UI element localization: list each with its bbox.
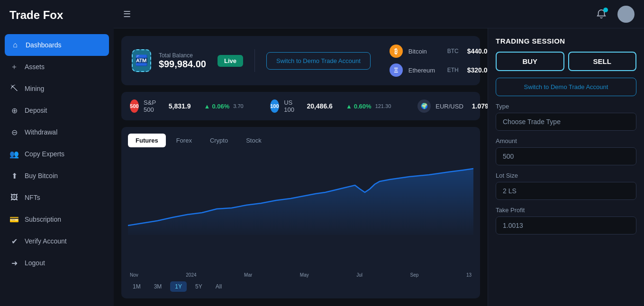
- mining-icon: ⛏: [9, 84, 19, 93]
- btc-row: ₿ Bitcoin BTC $440.00 Deposit: [390, 45, 488, 58]
- us100-change: 0.60%: [354, 103, 372, 110]
- live-badge: Live: [218, 55, 243, 67]
- assets-icon: ＋: [9, 62, 19, 72]
- sidebar-label-buy-bitcoin: Buy Bitcoin: [25, 172, 58, 180]
- sidebar-label-deposit: Deposit: [25, 107, 47, 114]
- amount-input[interactable]: [496, 147, 636, 165]
- balance-label: Total Balance: [159, 52, 206, 59]
- sidebar-item-assets[interactable]: ＋ Assets: [0, 56, 114, 78]
- type-label: Type: [496, 103, 636, 110]
- main-content: 🏧 Total Balance $99,984.00 Live Switch t…: [114, 28, 644, 306]
- sp500-up-arrow: ▲: [204, 103, 210, 110]
- withdrawal-icon: ⊖: [9, 127, 19, 137]
- sidebar-item-dashboards[interactable]: ⌂ Dashboards: [5, 34, 109, 56]
- sidebar-label-assets: Assets: [25, 63, 45, 71]
- us100-name: US 100: [284, 99, 298, 113]
- lot-size-label: Lot Size: [496, 172, 636, 179]
- logout-icon: ➜: [9, 258, 19, 268]
- sidebar-nav: ⌂ Dashboards ＋ Assets ⛏ Mining ⊕ Deposit…: [0, 30, 114, 306]
- user-avatar[interactable]: [617, 6, 635, 23]
- sidebar-item-copy-experts[interactable]: 👥 Copy Experts: [0, 143, 114, 165]
- eth-ticker: ETH: [447, 67, 462, 73]
- balance-wallet-icon: 🏧: [132, 49, 151, 72]
- time-filter-1y[interactable]: 1Y: [170, 281, 187, 292]
- buy-button[interactable]: BUY: [496, 52, 564, 71]
- eth-price: $320.00: [467, 66, 488, 74]
- eurusd-value: 1.07946: [472, 102, 488, 110]
- nfts-icon: 🖼: [9, 193, 19, 202]
- time-filter-3m[interactable]: 3M: [149, 281, 167, 292]
- sidebar-label-mining: Mining: [25, 85, 44, 92]
- x-label-mar: Mar: [244, 272, 252, 278]
- sp500-change: 0.06%: [212, 103, 229, 110]
- demo-switch-button[interactable]: Switch to Demo Trade Account: [266, 52, 371, 70]
- sidebar-item-nfts[interactable]: 🖼 NFTs: [0, 187, 114, 208]
- menu-toggle-button[interactable]: ☰: [123, 9, 131, 19]
- subscription-icon: 💳: [9, 215, 19, 224]
- sidebar-label-dashboards: Dashboards: [26, 41, 62, 49]
- sp500-name: S&P 500: [144, 99, 160, 113]
- chart-svg-area: [128, 147, 473, 270]
- btc-name: Bitcoin: [408, 48, 442, 55]
- btc-ticker: BTC: [447, 48, 462, 54]
- sidebar-item-mining[interactable]: ⛏ Mining: [0, 78, 114, 99]
- lot-size-input[interactable]: [496, 182, 636, 200]
- take-profit-field: Take Profit: [496, 207, 636, 234]
- crypto-list: ₿ Bitcoin BTC $440.00 Deposit Ξ Ethereum…: [390, 45, 488, 77]
- time-filter-1m[interactable]: 1M: [128, 281, 145, 292]
- x-label-13: 13: [466, 272, 472, 278]
- chart-x-labels: Nov 2024 Mar May Jul Sep 13: [128, 272, 473, 278]
- lot-size-field: Lot Size: [496, 172, 636, 200]
- sidebar-item-subscription[interactable]: 💳 Subscription: [0, 208, 114, 230]
- eurusd-ticker: 🌍 EUR/USD 1.07946: [417, 99, 488, 113]
- main-header: ☰: [114, 0, 644, 28]
- type-field: Type: [496, 103, 636, 131]
- us100-up-arrow: ▲: [346, 103, 352, 110]
- header-right: [593, 6, 635, 23]
- x-label-jul: Jul: [356, 272, 363, 278]
- trading-session-title: TRADING SESSION: [496, 37, 636, 45]
- balance-card: 🏧 Total Balance $99,984.00 Live Switch t…: [121, 36, 480, 85]
- eth-row: Ξ Ethereum ETH $320.00 Deposit: [390, 63, 488, 77]
- sp500-change-row: ▲ 0.06% 3.70: [204, 103, 244, 110]
- sidebar-item-buy-bitcoin[interactable]: ⬆ Buy Bitcoin: [0, 165, 114, 187]
- time-filters: 1M 3M 1Y 5Y All: [128, 281, 473, 292]
- tab-crypto[interactable]: Crypto: [202, 134, 236, 147]
- eurusd-name: EUR/USD: [435, 103, 463, 110]
- us100-change-row: ▲ 0.60% 121.30: [346, 103, 391, 110]
- us100-value: 20,486.6: [307, 102, 333, 110]
- sell-button[interactable]: SELL: [568, 52, 637, 71]
- notification-button[interactable]: [593, 6, 610, 23]
- chart-tabs: Futures Forex Crypto Stock: [128, 134, 473, 147]
- sp500-badge: 500: [130, 99, 139, 113]
- sidebar-item-withdrawal[interactable]: ⊖ Withdrawal: [0, 121, 114, 143]
- sidebar-item-logout[interactable]: ➜ Logout: [0, 252, 114, 274]
- buy-sell-row: BUY SELL: [496, 52, 636, 71]
- type-input[interactable]: [496, 113, 636, 131]
- verify-icon: ✔: [9, 236, 19, 246]
- tab-forex[interactable]: Forex: [169, 134, 200, 147]
- x-label-nov: Nov: [130, 272, 138, 278]
- trading-demo-switch-button[interactable]: Switch to Demo Trade Account: [496, 78, 636, 96]
- sidebar-label-verify-account: Verify Account: [25, 237, 67, 245]
- time-filter-5y[interactable]: 5Y: [190, 281, 207, 292]
- home-icon: ⌂: [10, 40, 20, 50]
- sidebar-label-withdrawal: Withdrawal: [25, 128, 57, 136]
- tab-futures[interactable]: Futures: [128, 134, 166, 147]
- sp500-sub: 3.70: [233, 103, 243, 109]
- eth-icon: Ξ: [390, 63, 403, 77]
- sidebar: Trade Fox ⌂ Dashboards ＋ Assets ⛏ Mining…: [0, 0, 114, 306]
- sidebar-item-deposit[interactable]: ⊕ Deposit: [0, 99, 114, 121]
- sidebar-label-logout: Logout: [25, 259, 45, 267]
- trading-session-panel: TRADING SESSION BUY SELL Switch to Demo …: [488, 28, 644, 306]
- us100-badge: 100: [270, 99, 280, 113]
- balance-info: Total Balance $99,984.00: [159, 52, 206, 70]
- chart-svg: [128, 147, 473, 235]
- time-filter-all[interactable]: All: [211, 281, 227, 292]
- sidebar-label-subscription: Subscription: [25, 216, 61, 223]
- tab-stock[interactable]: Stock: [238, 134, 269, 147]
- chart-container: Futures Forex Crypto Stock: [121, 127, 480, 298]
- dashboard-area: 🏧 Total Balance $99,984.00 Live Switch t…: [114, 28, 488, 306]
- take-profit-input[interactable]: [496, 216, 636, 234]
- sidebar-item-verify-account[interactable]: ✔ Verify Account: [0, 230, 114, 252]
